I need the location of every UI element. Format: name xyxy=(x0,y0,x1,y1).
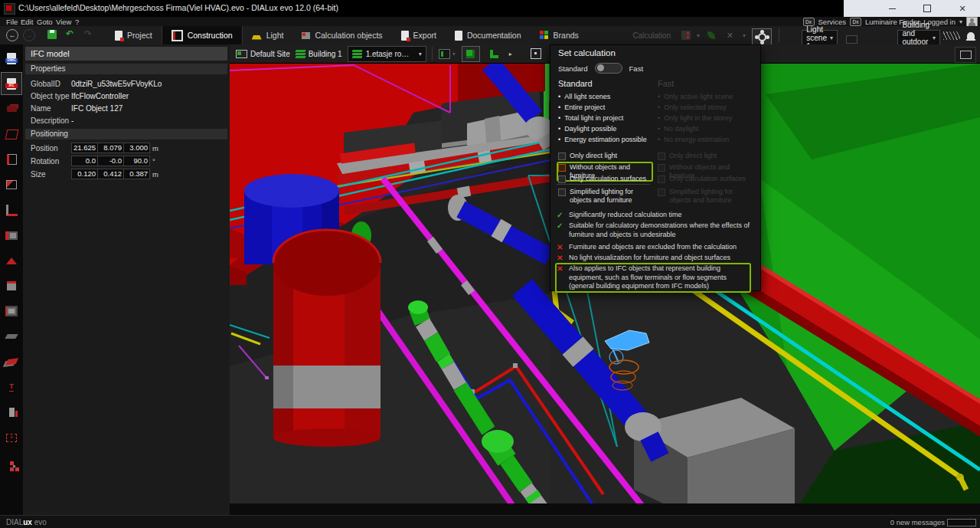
checkbox-only-calculation-surfaces[interactable]: Only calculation surfaces xyxy=(558,175,655,183)
logged-in-caret-icon[interactable]: ▾ xyxy=(959,18,962,25)
start-calculation-button[interactable] xyxy=(681,26,691,44)
checkbox-icon xyxy=(658,175,665,183)
checkbox-icon xyxy=(658,152,665,160)
hatch-icon xyxy=(943,31,960,40)
plan-view-caret-icon: ▾ xyxy=(452,51,456,57)
redo-button[interactable]: ↷ xyxy=(84,28,92,39)
tool-door[interactable] xyxy=(1,148,22,171)
checkbox-only-direct-light[interactable]: Only direct light xyxy=(558,152,655,160)
properties-section-header: Properties xyxy=(25,64,227,74)
back-button[interactable]: ← xyxy=(6,29,18,41)
menu-edit[interactable]: Edit xyxy=(21,18,33,26)
tool-roof[interactable] xyxy=(1,249,22,272)
zoom-fit-button[interactable] xyxy=(527,46,545,62)
calculation-caret-icon[interactable]: ▾ xyxy=(697,26,700,44)
plan-view-button[interactable]: ▾ xyxy=(438,46,456,62)
viewport-display-button[interactable] xyxy=(955,47,976,63)
standard-column-header: Standard xyxy=(558,79,593,88)
fast-bullet: •No daylight xyxy=(658,123,756,135)
position-label: Position xyxy=(31,144,58,152)
calculation-area-icon: + xyxy=(6,434,17,442)
tab-brands[interactable]: Brands xyxy=(531,26,588,44)
brands-icon xyxy=(540,31,549,40)
tab-construction[interactable]: Construction xyxy=(162,26,243,44)
floorplan-view-button[interactable] xyxy=(485,46,504,62)
surface-hatch-button[interactable] xyxy=(943,26,960,44)
tool-building-opening[interactable] xyxy=(1,300,22,323)
statusbar: DIALux evo 0 new messages xyxy=(0,515,980,528)
close-button[interactable]: ✕ xyxy=(945,0,980,17)
site-mode-dropdown[interactable]: Building and outdoor pla... ▾ xyxy=(897,30,940,45)
view-3d-button[interactable] xyxy=(462,46,480,62)
minimize-button[interactable] xyxy=(874,0,910,17)
properties-panel: IFC model Properties GlobalID 0dtziR_u53… xyxy=(23,44,230,515)
size-y-field[interactable]: 0.412 xyxy=(97,169,124,179)
energy-button[interactable] xyxy=(707,26,715,44)
size-x-field[interactable]: 0.120 xyxy=(71,169,98,179)
cancel-calculation-button[interactable]: ✕ xyxy=(727,26,733,44)
menu-help[interactable]: ? xyxy=(75,18,79,26)
tool-column-add[interactable] xyxy=(1,401,22,424)
rotation-y-field[interactable]: -0.0 xyxy=(97,156,124,166)
standard-fast-toggle[interactable] xyxy=(595,63,622,74)
checkbox-simplified-lighting[interactable]: Simplified lighting for objects and furn… xyxy=(558,188,655,205)
position-x-field[interactable]: 21.625 xyxy=(71,143,98,153)
checkbox-fast-only-calculation-surfaces: Only calculation surfaces xyxy=(658,175,754,183)
tab-documentation[interactable]: Documentation xyxy=(446,26,531,44)
save-button[interactable] xyxy=(47,30,57,39)
dialux-window: C:\Users\allefeld\Desktop\Mehrgeschoss F… xyxy=(0,0,980,528)
tool-calculation-area[interactable]: + xyxy=(1,426,22,449)
position-y-field[interactable]: 8.079 xyxy=(97,143,124,153)
checkbox-icon xyxy=(558,189,566,196)
size-z-field[interactable]: 0.387 xyxy=(123,169,150,179)
tool-dwg-import[interactable]: DWG xyxy=(1,47,22,70)
tool-furniture[interactable] xyxy=(1,97,22,120)
tool-text-label[interactable]: T xyxy=(1,376,22,398)
menu-file[interactable]: File xyxy=(6,18,18,26)
cancel-caret-icon[interactable]: ▾ xyxy=(743,26,746,44)
messages-count[interactable]: 0 new messages xyxy=(890,518,945,526)
bell-icon xyxy=(967,32,975,39)
tab-export[interactable]: Export xyxy=(392,26,446,44)
tool-floor-opening[interactable] xyxy=(1,198,22,221)
tool-ifc-model[interactable]: IFC xyxy=(1,72,22,95)
calculation-settings-button[interactable] xyxy=(752,28,772,46)
tab-project[interactable]: Project xyxy=(106,26,162,44)
tab-light[interactable]: Light xyxy=(243,26,293,44)
prop-value-globalid: 0dtziR_u53twE5vFVoyKLo xyxy=(71,80,162,88)
tool-room[interactable] xyxy=(1,123,22,146)
construction-icon xyxy=(172,30,183,41)
tool-ceiling[interactable] xyxy=(1,274,22,297)
floorplan-icon xyxy=(490,50,498,58)
rotation-x-field[interactable]: 0.0 xyxy=(71,156,98,166)
undo-button[interactable]: ↶ xyxy=(66,28,74,39)
fast-bullet: •No energy estimation xyxy=(658,134,756,146)
position-unit: m xyxy=(152,144,158,152)
toggle-label-standard: Standard xyxy=(558,64,588,73)
tool-column[interactable] xyxy=(1,224,22,247)
user-avatar[interactable] xyxy=(966,17,978,27)
tool-roof-surface[interactable] xyxy=(1,350,22,373)
note-suitable: ✓ Suitable for calculatory demonstration… xyxy=(557,221,750,239)
position-z-field[interactable]: 3.000 xyxy=(123,143,150,153)
cross-icon: ✕ xyxy=(557,264,564,291)
rotation-z-field[interactable]: 90.0 xyxy=(123,156,150,166)
storey-dropdown[interactable]: 1.etasje romdefi... ▾ xyxy=(348,46,426,62)
notifications-button[interactable] xyxy=(967,26,975,44)
tool-slab[interactable] xyxy=(1,325,22,348)
tool-structure[interactable] xyxy=(1,451,22,474)
panel-title: IFC model xyxy=(25,47,227,61)
view-more-icon[interactable]: ▸ xyxy=(509,51,512,57)
maximize-button[interactable] xyxy=(910,0,945,17)
menu-view[interactable]: View xyxy=(56,18,71,26)
forward-button[interactable]: → xyxy=(23,29,35,41)
light-scene-dropdown[interactable]: Light scene 1 ▾ xyxy=(802,30,838,45)
menu-goto[interactable]: Goto xyxy=(37,18,53,26)
display-icon xyxy=(960,51,972,59)
building-button[interactable]: Building 1 xyxy=(296,50,342,58)
tab-calculation-objects[interactable]: Calculation objects xyxy=(292,26,391,44)
default-site-button[interactable]: Default Site xyxy=(236,50,290,58)
calculation-label: Calculation xyxy=(633,26,671,44)
tool-window[interactable] xyxy=(1,173,22,196)
checkbox-icon xyxy=(658,164,665,172)
